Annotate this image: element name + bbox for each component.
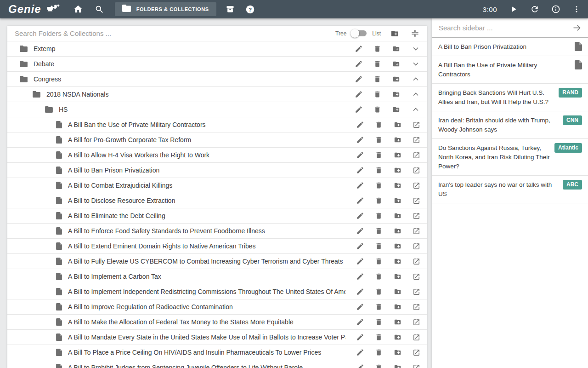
file-row[interactable]: A Bill to Ban Prison Privatization xyxy=(7,163,427,178)
add-to-folder-icon[interactable] xyxy=(392,45,401,52)
add-to-folder-icon[interactable] xyxy=(393,227,402,235)
open-external-icon[interactable] xyxy=(413,258,420,265)
file-row[interactable]: A Bill To Place a Price Ceiling On HIV/A… xyxy=(7,345,427,360)
open-external-icon[interactable] xyxy=(413,318,420,326)
file-row[interactable]: A Bill to Enforce Food Safety Standards … xyxy=(7,224,427,239)
add-to-folder-icon[interactable] xyxy=(393,121,402,128)
edit-icon[interactable] xyxy=(356,242,364,250)
add-to-folder-icon[interactable] xyxy=(393,318,402,326)
add-to-folder-icon[interactable] xyxy=(393,197,402,204)
main-search-input[interactable] xyxy=(7,29,335,37)
expand-chevron-icon[interactable] xyxy=(411,44,420,53)
edit-icon[interactable] xyxy=(356,363,364,368)
arrow-right-icon[interactable] xyxy=(572,23,582,33)
open-external-icon[interactable] xyxy=(413,136,420,144)
folder-row[interactable]: Debate xyxy=(7,57,427,72)
add-to-folder-icon[interactable] xyxy=(393,136,402,144)
add-to-folder-icon[interactable] xyxy=(393,167,402,174)
sidebar-result-item[interactable]: A Bill Ban the Use of Private Military C… xyxy=(432,56,588,84)
edit-icon[interactable] xyxy=(356,166,364,174)
delete-icon[interactable] xyxy=(375,181,383,190)
tree-list-toggle[interactable] xyxy=(352,30,367,36)
file-row[interactable]: A Bill to Disclose Resource Extraction xyxy=(7,193,427,208)
open-external-icon[interactable] xyxy=(413,334,420,341)
add-to-folder-icon[interactable] xyxy=(393,273,402,280)
play-icon[interactable] xyxy=(509,5,518,14)
add-to-folder-icon[interactable] xyxy=(393,349,402,356)
home-icon[interactable] xyxy=(73,4,83,14)
edit-icon[interactable] xyxy=(356,227,364,235)
file-row[interactable]: A Bill to Mandate Every State in the Uni… xyxy=(7,330,427,345)
file-row[interactable]: A Bill to Extend Eminent Domain Rights t… xyxy=(7,239,427,254)
edit-icon[interactable] xyxy=(356,348,364,356)
file-row[interactable]: A Bill to Make the Allocation of Federal… xyxy=(7,315,427,330)
edit-icon[interactable] xyxy=(356,151,364,159)
search-icon[interactable] xyxy=(95,5,104,14)
file-row[interactable]: A Bill to Implement Independent Redistri… xyxy=(7,284,427,299)
delete-icon[interactable] xyxy=(375,363,383,368)
open-external-icon[interactable] xyxy=(413,212,420,220)
file-row[interactable]: A Bill to Allow H-4 Visa Workers the Rig… xyxy=(7,148,427,163)
add-to-folder-icon[interactable] xyxy=(393,258,402,265)
file-row[interactable]: A Bill to Fully Elevate US CYBERCOM to C… xyxy=(7,254,427,269)
delete-icon[interactable] xyxy=(375,303,383,311)
add-to-folder-icon[interactable] xyxy=(392,106,401,113)
file-row[interactable]: A Bill to Improve Regulation of Radioact… xyxy=(7,299,427,315)
delete-icon[interactable] xyxy=(375,348,383,356)
delete-icon[interactable] xyxy=(373,105,381,114)
add-to-folder-icon[interactable] xyxy=(392,91,401,98)
edit-icon[interactable] xyxy=(356,318,364,326)
open-external-icon[interactable] xyxy=(413,303,420,311)
open-external-icon[interactable] xyxy=(413,121,420,129)
open-external-icon[interactable] xyxy=(413,197,420,205)
delete-icon[interactable] xyxy=(375,121,383,129)
folder-row[interactable]: 2018 NSDA Nationals xyxy=(7,87,427,102)
delete-icon[interactable] xyxy=(375,242,383,250)
delete-icon[interactable] xyxy=(373,90,381,98)
add-to-folder-icon[interactable] xyxy=(392,60,401,68)
open-external-icon[interactable] xyxy=(413,273,420,281)
expand-chevron-icon[interactable] xyxy=(411,90,420,99)
edit-icon[interactable] xyxy=(356,196,364,205)
edit-icon[interactable] xyxy=(355,45,363,53)
delete-icon[interactable] xyxy=(375,333,383,341)
folder-row[interactable]: Extemp xyxy=(7,41,427,57)
delete-icon[interactable] xyxy=(375,196,383,205)
add-to-folder-icon[interactable] xyxy=(393,182,402,189)
file-row[interactable]: A Bill to Eliminate the Debt Ceiling xyxy=(7,208,427,224)
edit-icon[interactable] xyxy=(356,212,364,220)
edit-icon[interactable] xyxy=(356,121,364,129)
info-icon[interactable] xyxy=(551,5,560,14)
edit-icon[interactable] xyxy=(355,75,363,83)
add-to-folder-icon[interactable] xyxy=(393,364,402,368)
edit-icon[interactable] xyxy=(356,272,364,281)
open-external-icon[interactable] xyxy=(413,242,420,250)
help-icon[interactable]: ? xyxy=(245,5,255,14)
archive-box-icon[interactable] xyxy=(226,5,235,14)
delete-icon[interactable] xyxy=(375,318,383,326)
add-to-folder-icon[interactable] xyxy=(393,212,402,219)
file-row[interactable]: A Bill for Pro-Growth Corporate Tax Refo… xyxy=(7,132,427,148)
delete-icon[interactable] xyxy=(373,60,381,68)
folder-row[interactable]: HS xyxy=(7,102,427,117)
open-external-icon[interactable] xyxy=(413,151,420,159)
delete-icon[interactable] xyxy=(375,288,383,296)
edit-icon[interactable] xyxy=(356,257,364,265)
edit-icon[interactable] xyxy=(355,90,363,98)
edit-icon[interactable] xyxy=(356,288,364,296)
add-folder-icon[interactable] xyxy=(390,29,400,38)
collapse-all-icon[interactable] xyxy=(411,29,419,38)
add-to-folder-icon[interactable] xyxy=(393,288,402,295)
add-to-folder-icon[interactable] xyxy=(393,334,402,341)
file-row[interactable]: A Bill to Combat Extrajudicial Killings xyxy=(7,178,427,193)
app-logo[interactable]: Genie xyxy=(8,3,60,16)
open-external-icon[interactable] xyxy=(413,227,420,235)
open-external-icon[interactable] xyxy=(413,182,420,190)
edit-icon[interactable] xyxy=(355,105,363,114)
sidebar-result-item[interactable]: A Bill to Ban Prison Privatization xyxy=(432,38,588,56)
kebab-menu-icon[interactable] xyxy=(572,5,581,13)
delete-icon[interactable] xyxy=(375,257,383,265)
delete-icon[interactable] xyxy=(375,227,383,235)
delete-icon[interactable] xyxy=(375,272,383,281)
file-row[interactable]: A Bill Ban the Use of Private Military C… xyxy=(7,117,427,132)
